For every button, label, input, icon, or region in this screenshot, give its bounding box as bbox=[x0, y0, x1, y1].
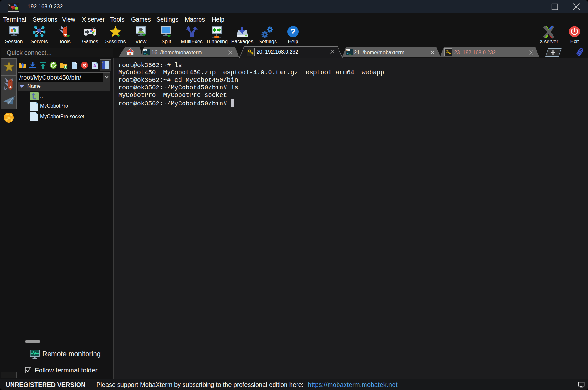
svg-text:B: B bbox=[346, 49, 348, 52]
svg-text:B: B bbox=[144, 49, 146, 52]
svg-text:?: ? bbox=[291, 27, 296, 36]
svg-text:A: A bbox=[93, 63, 97, 68]
